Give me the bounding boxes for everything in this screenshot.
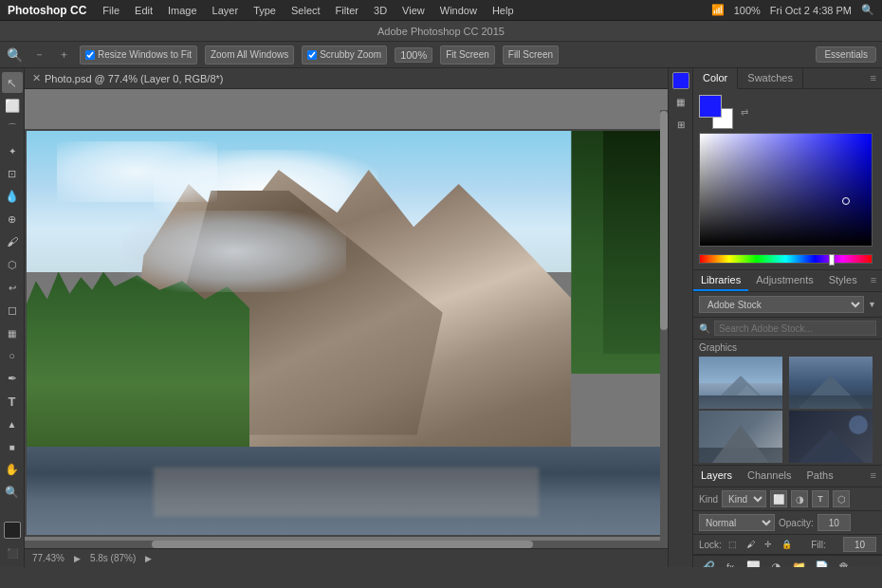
move-tool[interactable]: ↖: [2, 72, 23, 93]
foreground-color-swatch[interactable]: [4, 522, 21, 539]
resize-windows-btn[interactable]: Resize Windows to Fit: [80, 46, 197, 64]
menu-file[interactable]: File: [96, 3, 126, 18]
lock-controls-row: Lock: ⬚ 🖌 ✛ 🔒 Fill:: [693, 535, 882, 555]
gradient-tool[interactable]: ▦: [2, 322, 23, 343]
menu-help[interactable]: Help: [486, 3, 521, 18]
zoom-all-windows-btn[interactable]: Zoom All Windows: [205, 46, 294, 64]
menu-3d[interactable]: 3D: [367, 3, 394, 18]
graphics-label: Graphics: [693, 340, 882, 355]
menu-layer[interactable]: Layer: [206, 3, 246, 18]
layers-tab[interactable]: Layers: [693, 466, 740, 487]
marquee-tool[interactable]: ⬜: [2, 95, 23, 116]
zoom-percentage[interactable]: 100%: [395, 47, 432, 63]
graphics-grid: [693, 355, 882, 465]
color-tab[interactable]: Color: [693, 68, 738, 89]
menu-edit[interactable]: Edit: [128, 3, 159, 18]
menu-window[interactable]: Window: [433, 3, 484, 18]
filter-adjust-btn[interactable]: ◑: [791, 490, 808, 507]
scrubby-zoom-btn[interactable]: Scrubby Zoom: [302, 46, 387, 64]
adjustments-tab[interactable]: Adjustments: [748, 270, 821, 291]
crop-tool[interactable]: ⊡: [2, 163, 23, 184]
styles-tab[interactable]: Styles: [821, 270, 865, 291]
shape-tool[interactable]: ■: [2, 436, 23, 457]
brush-tool[interactable]: 🖌: [2, 231, 23, 252]
default-colors-icon[interactable]: [699, 95, 733, 129]
magic-wand-tool[interactable]: ✦: [2, 140, 23, 161]
horizontal-scrollbar[interactable]: [25, 541, 660, 548]
fg-color-swatch[interactable]: [699, 95, 722, 118]
lock-transparent-btn[interactable]: ⬚: [726, 538, 740, 552]
filter-shape-btn[interactable]: ⬡: [833, 490, 850, 507]
lock-all-btn[interactable]: 🔒: [780, 538, 794, 552]
color-swatch-btn[interactable]: [672, 72, 689, 89]
pen-tool[interactable]: ✒: [2, 368, 23, 389]
swatches-tab[interactable]: Swatches: [738, 68, 803, 88]
tab-close-btn[interactable]: ✕: [32, 72, 41, 84]
right-panel: Color Swatches ≡ ⇄: [692, 68, 882, 567]
graphic-item-3[interactable]: [699, 411, 782, 463]
filter-type-btn[interactable]: T: [812, 490, 829, 507]
zoom-tool-icon[interactable]: 🔍: [6, 46, 23, 64]
layers-options-btn[interactable]: ≡: [865, 466, 882, 487]
photo-border: [25, 129, 668, 537]
fill-input[interactable]: [843, 537, 876, 552]
add-mask-btn[interactable]: ⬜: [744, 559, 762, 567]
lasso-tool[interactable]: ⌒: [2, 118, 23, 138]
canvas-wrapper[interactable]: 77.43% ▶ 5.8s (87%) ▶: [25, 89, 668, 567]
new-adjustment-btn[interactable]: ◑: [767, 559, 784, 567]
graphic-item-4[interactable]: [789, 411, 873, 463]
delete-layer-btn[interactable]: 🗑: [836, 559, 853, 567]
stamp-tool[interactable]: ⬡: [2, 254, 23, 275]
libraries-tab[interactable]: Libraries: [693, 270, 748, 291]
path-select-tool[interactable]: ▲: [2, 413, 23, 434]
zoom-tool[interactable]: 🔍: [2, 482, 23, 503]
library-source-select[interactable]: Adobe Stock: [699, 296, 864, 313]
eraser-tool[interactable]: ◻: [2, 300, 23, 321]
menu-select[interactable]: Select: [285, 3, 327, 18]
new-group-btn[interactable]: 📁: [790, 559, 807, 567]
blend-mode-select[interactable]: Normal: [699, 514, 775, 531]
library-search-input[interactable]: [714, 321, 876, 336]
hue-slider[interactable]: [699, 254, 873, 264]
opacity-input[interactable]: [818, 514, 851, 531]
pattern-btn[interactable]: ⊞: [671, 114, 691, 135]
mask-mode-btn[interactable]: ⬛: [2, 542, 23, 563]
healing-tool[interactable]: ⊕: [2, 209, 23, 230]
history-brush-tool[interactable]: ↩: [2, 277, 23, 298]
graphic-item-2[interactable]: [789, 357, 873, 409]
search-icon[interactable]: 🔍: [861, 4, 874, 16]
eyedropper-tool[interactable]: 💧: [2, 186, 23, 207]
lock-pixels-btn[interactable]: 🖌: [744, 538, 758, 552]
essentials-btn[interactable]: Essentials: [816, 46, 876, 63]
fill-screen-btn[interactable]: Fill Screen: [503, 46, 559, 64]
libraries-options-btn[interactable]: ≡: [865, 270, 882, 291]
menu-filter[interactable]: Filter: [329, 3, 365, 18]
paths-tab[interactable]: Paths: [799, 466, 841, 487]
menu-view[interactable]: View: [395, 3, 432, 18]
gradient-tool-right[interactable]: ▦: [671, 91, 691, 112]
swap-colors-icon[interactable]: ⇄: [741, 107, 748, 118]
text-tool[interactable]: T: [2, 391, 23, 412]
filter-pixel-btn[interactable]: ⬜: [770, 490, 787, 507]
color-panel-options[interactable]: ≡: [865, 68, 882, 88]
wifi-icon: 📶: [711, 4, 725, 16]
fit-screen-btn[interactable]: Fit Screen: [440, 46, 495, 64]
opacity-label: Opacity:: [779, 518, 814, 528]
new-layer-btn[interactable]: 📄: [813, 559, 830, 567]
menu-image[interactable]: Image: [161, 3, 204, 18]
link-layers-btn[interactable]: 🔗: [699, 559, 716, 567]
status-info: 5.8s (87%): [90, 553, 136, 563]
zoom-out-icon[interactable]: －: [30, 46, 47, 64]
layer-kind-select[interactable]: Kind: [722, 490, 766, 507]
menu-type[interactable]: Type: [247, 3, 283, 18]
dodge-tool[interactable]: ○: [2, 345, 23, 366]
zoom-in-icon[interactable]: ＋: [55, 46, 72, 64]
graphic-item-1[interactable]: [699, 357, 782, 409]
hand-tool[interactable]: ✋: [2, 459, 23, 480]
add-style-btn[interactable]: fx: [722, 559, 739, 567]
lock-position-btn[interactable]: ✛: [762, 538, 776, 552]
vertical-scrollbar[interactable]: [660, 110, 668, 548]
color-gradient-picker[interactable]: [699, 133, 873, 247]
status-expand-icon[interactable]: ▶: [145, 554, 152, 563]
channels-tab[interactable]: Channels: [740, 466, 799, 487]
